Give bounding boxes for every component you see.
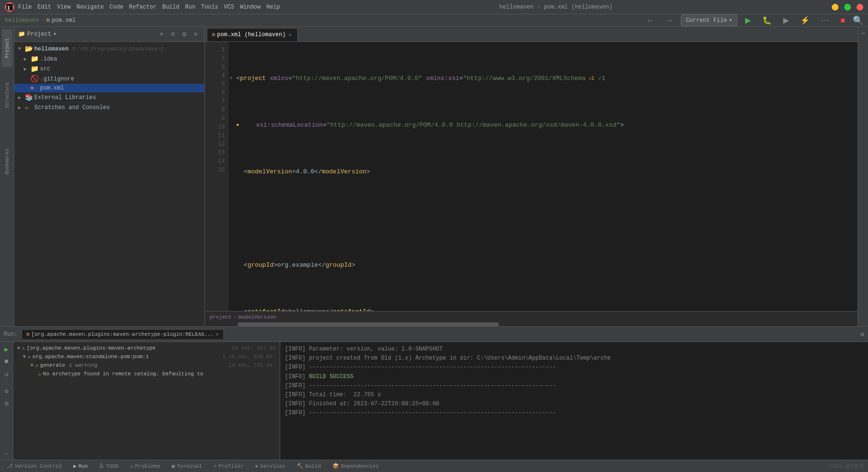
rerun-button[interactable]: ↺ (1, 369, 12, 379)
status-version-control[interactable]: ⎇ Version Control (4, 462, 65, 470)
run-panel-settings-button[interactable]: ⚙ (860, 331, 864, 338)
code-editor[interactable]: 12345 678910 1112131415 ▼ <project xmlns… (205, 42, 858, 311)
pause-button[interactable]: ⊙ (1, 386, 12, 396)
tree-item-pomxml[interactable]: ▶ m pom.xml (14, 84, 204, 92)
chevron-right-icon: ▶ (18, 105, 23, 110)
version-control-label: Version Control (15, 463, 62, 469)
run-tree-item-1[interactable]: ▼ ⚠ [org.apache.maven.plugins:maven-arch… (13, 344, 280, 352)
build-icon: 🔨 (297, 463, 303, 469)
panel-options-button[interactable]: ⚙ (180, 30, 189, 39)
minimize-button[interactable] (832, 4, 838, 10)
status-terminal[interactable]: ▣ Terminal (169, 462, 204, 470)
menu-view[interactable]: View (57, 4, 71, 10)
breadcrumb-file[interactable]: pom.xml (51, 17, 75, 24)
tree-item-scratches[interactable]: ▶ ✏ Scratches and Consoles (14, 102, 204, 112)
current-file-dropdown[interactable]: Current File ▾ (681, 14, 738, 26)
menu-edit[interactable]: Edit (38, 4, 51, 10)
project-root-path: D:\Rb_Programming\StudyJava\S (72, 46, 163, 52)
project-tab-icon[interactable]: Project (2, 29, 12, 67)
tree-item-root[interactable]: ▼ 📂 hellomaven D:\Rb_Programming\StudyJa… (14, 44, 204, 54)
chevron-right-icon: ▶ (18, 95, 23, 100)
close-button[interactable] (857, 4, 863, 10)
tree-item-src[interactable]: ▶ 📁 src (14, 64, 204, 74)
run-tree-item-4[interactable]: ⚠ No archetype found in remote catalog. … (13, 370, 280, 378)
right-strip-icon-1[interactable]: ⋯ (859, 29, 868, 38)
menu-help[interactable]: Help (266, 4, 280, 10)
status-problems[interactable]: ⚠ Problems (127, 462, 163, 470)
services-label: Services (260, 463, 285, 469)
editor-tabs: m pom.xml (hellomaven) ✕ (205, 27, 858, 42)
status-todo[interactable]: ☰ TODO (96, 462, 121, 470)
coverage-button[interactable]: ▶ (779, 14, 793, 27)
breadcrumb: hellomaven › m pom.xml ← → Current File … (0, 14, 868, 27)
menu-refactor[interactable]: Refactor (129, 4, 157, 10)
output-line-5: [INFO] ---------------------------------… (285, 382, 863, 391)
run-again-button[interactable]: ▶ (1, 344, 12, 354)
locate-file-button[interactable]: ⌖ (157, 30, 166, 39)
panel-close-button[interactable]: ✕ (191, 30, 201, 39)
stop-button[interactable]: ■ (837, 14, 849, 27)
breadcrumb-project[interactable]: hellomaven (5, 17, 39, 24)
menu-navigate[interactable]: Navigate (76, 4, 104, 10)
breadcrumb-part-project[interactable]: project (210, 314, 232, 320)
filter-button[interactable]: ⊟ (1, 398, 12, 409)
search-everywhere-button[interactable]: 🔍 (853, 15, 863, 26)
panel-actions: ⌖ ≡ ⚙ ✕ (157, 30, 201, 39)
output-line-4: [INFO] BUILD SUCCESS (285, 372, 863, 382)
problems-icon: ⚠ (130, 463, 133, 469)
bookmarks-tab-icon[interactable]: Bookmarks (2, 142, 12, 181)
status-build[interactable]: 🔨 Build (294, 462, 324, 470)
menu-file[interactable]: File (18, 4, 32, 10)
run-tab-close-button[interactable]: ✕ (216, 331, 219, 337)
tree-item-src-label: src (40, 66, 50, 72)
output-line-3: [INFO] ---------------------------------… (285, 363, 863, 372)
menu-build[interactable]: Build (162, 4, 179, 10)
run-button[interactable]: ▶ (741, 14, 755, 27)
profile-button[interactable]: ⚡ (797, 14, 814, 27)
stop-run-button[interactable]: ■ (1, 356, 12, 367)
maximize-button[interactable] (844, 4, 851, 10)
app-logo: I (5, 2, 14, 12)
menu-window[interactable]: Window (240, 4, 261, 10)
folder-icon: 📁 (18, 30, 25, 38)
structure-tab-icon[interactable]: Structure (2, 79, 12, 112)
status-run[interactable]: ▶ Run (71, 462, 91, 470)
chevron-down-icon[interactable]: ▾ (53, 30, 56, 38)
code-content: 12345 678910 1112131415 ▼ <project xmlns… (205, 42, 858, 311)
project-panel: 📁 Project ▾ ⌖ ≡ ⚙ ✕ ▼ 📂 hellomaven D:\Rb… (14, 27, 205, 326)
status-profiler[interactable]: ⚡ Profiler (211, 462, 246, 470)
run-tab[interactable]: m [org.apache.maven.plugins:maven-archet… (21, 329, 224, 339)
navigate-forward-button[interactable]: → (662, 14, 677, 27)
title-bar-left: I File Edit View Navigate Code Refactor … (5, 2, 280, 12)
debug-button[interactable]: 🐛 (758, 14, 776, 27)
menu-code[interactable]: Code (110, 4, 123, 10)
run-tree-item-3[interactable]: ▼ ⚠ generate 1 warning 19 sec, 531 ms: (13, 361, 280, 370)
more-button[interactable]: ⋯ (818, 14, 833, 27)
run-output[interactable]: [INFO] Parameter: version, value: 1.0-SN… (280, 342, 868, 460)
profiler-label: Profiler (218, 463, 243, 469)
run-tree-item-2[interactable]: ▼ ⚠ org.apache.maven:standalone-pom:pom:… (13, 352, 280, 361)
status-services[interactable]: ◈ Services (252, 462, 288, 470)
breadcrumb-part-modelversion[interactable]: modelVersion (239, 314, 276, 320)
horizontal-scrollbar[interactable] (205, 322, 858, 326)
window-controls (832, 4, 863, 10)
window-title: hellomaven - pom.xml (hellomaven) (499, 4, 613, 10)
src-folder-icon: 📁 (30, 65, 38, 73)
more-run-button[interactable]: … (1, 447, 12, 458)
navigate-back-button[interactable]: ← (643, 14, 658, 27)
menu-vcs[interactable]: VCS (224, 4, 234, 10)
chevron-down-icon: ▼ (17, 346, 20, 351)
status-dependencies[interactable]: 📦 Dependencies (330, 462, 382, 470)
run-tree-item-3-label: generate (40, 362, 65, 368)
menu-run[interactable]: Run (185, 4, 195, 10)
tree-item-gitignore[interactable]: ▶ 🚫 .gitignore (14, 74, 204, 84)
chevron-right-icon: ▶ (24, 56, 29, 62)
run-tree: ▼ ⚠ [org.apache.maven.plugins:maven-arch… (13, 342, 280, 460)
run-content: ▶ ■ ↺ ⊙ ⊟ … ▼ ⚠ [org.apache.maven.plugin… (0, 342, 868, 460)
tree-item-external-libraries[interactable]: ▶ 📚 External Libraries (14, 92, 204, 102)
menu-tools[interactable]: Tools (201, 4, 218, 10)
editor-tab-pomxml[interactable]: m pom.xml (hellomaven) ✕ (207, 28, 298, 41)
collapse-all-button[interactable]: ≡ (168, 30, 178, 39)
tab-close-button[interactable]: ✕ (289, 32, 292, 38)
tree-item-idea[interactable]: ▶ 📁 .idea (14, 54, 204, 64)
